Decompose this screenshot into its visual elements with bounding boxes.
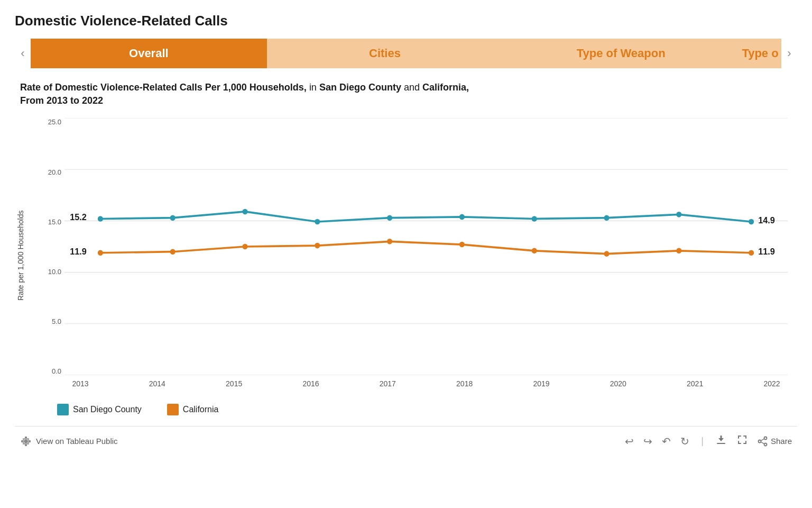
svg-point-20 [242,244,247,250]
svg-point-11 [459,214,465,220]
x-tick-2014: 2014 [141,379,173,388]
legend-california: California [167,404,219,415]
svg-rect-38 [720,436,722,440]
chart-title: Rate of Domestic Violence-Related Calls … [15,81,797,107]
x-tick-2013: 2013 [64,379,96,388]
expand-icon[interactable] [736,434,748,448]
svg-point-8 [242,209,247,215]
svg-rect-46 [745,441,746,444]
expand-svg [736,434,748,446]
x-tick-2019: 2019 [525,379,557,388]
svg-point-24 [532,248,537,254]
page-title: Domestic Violence-Related Calls [15,13,797,29]
svg-point-27 [749,250,754,256]
tab-overall[interactable]: Overall [31,39,267,68]
svg-line-51 [761,442,764,444]
svg-rect-34 [23,438,29,440]
svg-rect-35 [23,443,29,444]
svg-point-25 [604,251,609,257]
tab-prev-arrow[interactable]: ‹ [15,39,31,68]
divider: | [701,436,704,447]
x-tick-2016: 2016 [295,379,327,388]
x-tick-2017: 2017 [372,379,403,388]
y-tick-5: 5.0 [52,318,61,325]
share-label: Share [771,437,792,446]
x-tick-2020: 2020 [602,379,634,388]
svg-rect-36 [717,443,725,444]
legend-color-san-diego [57,404,69,415]
svg-point-9 [315,219,320,225]
bottom-bar: View on Tableau Public ↩ ↪ ↶ ↻ | [15,426,797,453]
y-axis-label: Rate per 1,000 Households [15,113,26,398]
x-axis-ticks: 2013 2014 2015 2016 2017 2018 2019 2020 … [64,375,788,398]
chart-svg: 15.2 14.9 [64,118,788,375]
svg-point-7 [170,215,176,221]
svg-rect-42 [745,436,746,439]
legend-san-diego: San Diego County [57,404,142,415]
svg-point-13 [604,215,609,221]
legend-label-san-diego: San Diego County [73,405,142,414]
svg-point-47 [764,437,767,439]
tab-type-partial[interactable]: Type o [739,39,781,68]
redo-icon[interactable]: ↪ [643,435,652,448]
x-tick-2022: 2022 [756,379,788,388]
tableau-link[interactable]: View on Tableau Public [20,436,118,447]
svg-rect-40 [738,436,739,439]
svg-text:15.2: 15.2 [70,212,87,222]
tab-bar-container: ‹ Overall Cities Type of Weapon Type o › [15,39,797,68]
x-tick-2021: 2021 [679,379,711,388]
svg-text:14.9: 14.9 [758,215,775,225]
legend-color-california [167,404,179,415]
svg-point-12 [532,216,537,222]
svg-point-48 [764,443,767,446]
refresh-icon[interactable]: ↻ [680,435,689,448]
svg-point-26 [676,248,681,254]
svg-point-49 [758,440,761,442]
svg-point-15 [749,219,754,225]
y-tick-20: 20.0 [48,168,61,176]
svg-point-22 [387,239,392,244]
svg-point-19 [170,249,176,255]
svg-text:11.9: 11.9 [70,247,87,257]
legend-label-california: California [183,405,219,414]
svg-point-18 [98,250,103,256]
chart-area: Rate per 1,000 Households [15,113,797,398]
x-tick-2018: 2018 [449,379,481,388]
y-tick-25: 25.0 [48,118,61,126]
share-button[interactable]: Share [758,436,792,447]
tab-next-arrow[interactable]: › [781,39,797,68]
revert-icon[interactable]: ↶ [662,435,671,448]
svg-point-23 [459,242,465,248]
download-icon[interactable] [715,434,727,448]
y-axis-ticks: 25.0 20.0 15.0 10.0 5.0 0.0 [34,118,64,375]
svg-point-10 [387,215,392,221]
share-icon [758,436,768,447]
tab-bar: Overall Cities Type of Weapon Type o [31,39,781,68]
download-svg [715,434,727,446]
svg-text:11.9: 11.9 [758,247,775,257]
tableau-icon [20,436,32,447]
x-tick-2015: 2015 [218,379,250,388]
svg-line-50 [761,439,764,441]
svg-rect-44 [738,441,739,444]
chart-legend: San Diego County California [15,398,797,421]
chart-inner: 15.2 14.9 [29,113,797,398]
tab-cities[interactable]: Cities [267,39,503,68]
undo-icon[interactable]: ↩ [625,435,634,448]
y-tick-0: 0.0 [52,367,61,375]
bottom-controls: ↩ ↪ ↶ ↻ | [625,434,792,448]
svg-point-14 [676,212,681,217]
svg-rect-31 [21,440,31,442]
svg-point-6 [98,216,103,222]
svg-point-21 [315,243,320,249]
y-tick-10: 10.0 [48,268,61,276]
y-tick-15: 15.0 [48,218,61,226]
tab-type-of-weapon[interactable]: Type of Weapon [503,39,739,68]
tableau-link-text: View on Tableau Public [36,437,118,446]
